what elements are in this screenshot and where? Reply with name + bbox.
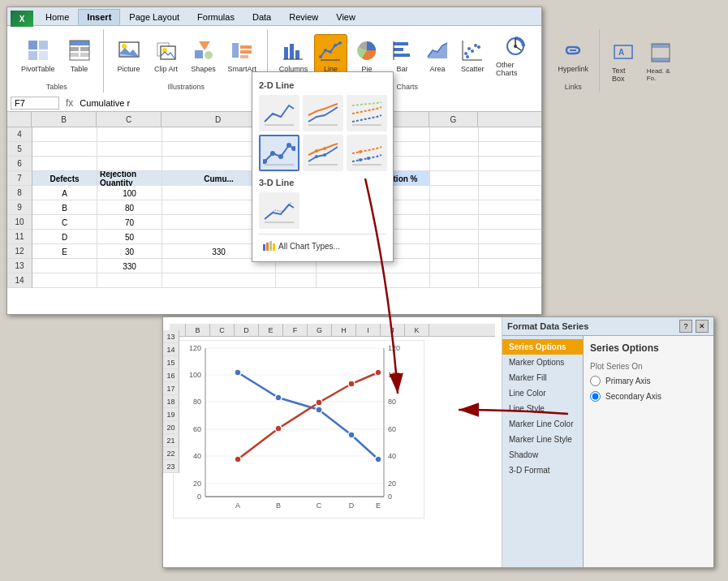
cell-c13[interactable]: 330 <box>97 259 162 273</box>
header-footer-button[interactable]: Head. & Fo. <box>643 37 679 84</box>
cell-c10[interactable]: 70 <box>97 215 162 230</box>
cell-c9[interactable]: 80 <box>97 200 162 215</box>
3d-format-nav-item[interactable]: 3-D Format <box>502 463 583 478</box>
smartart-button[interactable]: SmartArt <box>224 35 261 75</box>
primary-axis-option[interactable]: Primary Axis <box>590 376 707 386</box>
other-charts-button[interactable]: Other Charts <box>492 31 538 80</box>
close-panel-button[interactable]: ✕ <box>696 320 709 333</box>
picture-button[interactable]: Picture <box>112 35 146 75</box>
cell-b10[interactable]: C <box>32 215 97 230</box>
svg-point-108 <box>235 369 241 376</box>
line-style-nav-item[interactable]: Line Style <box>502 401 583 416</box>
cell-reference[interactable]: F7 <box>11 97 59 110</box>
cell-c8[interactable]: 100 <box>97 186 162 200</box>
marker-line-color-nav-item[interactable]: Marker Line Color <box>502 416 583 432</box>
marker-fill-nav-item[interactable]: Marker Fill <box>502 370 583 385</box>
cell-g9[interactable] <box>430 200 479 215</box>
area-chart-button[interactable]: Area <box>421 35 453 75</box>
cell-g6[interactable] <box>430 157 479 171</box>
line-basic-btn[interactable] <box>259 95 299 131</box>
cell-f14[interactable] <box>317 273 430 288</box>
cell-g12[interactable] <box>430 244 479 259</box>
fx-label: fx <box>62 97 76 109</box>
hyperlink-button[interactable]: Hyperlink <box>554 35 593 75</box>
cell-b5[interactable] <box>32 142 97 157</box>
cell-b12[interactable]: E <box>32 244 97 259</box>
ribbon-tabs: Home Insert Page Layout Formulas Data Re… <box>7 7 541 26</box>
table-row <box>32 273 541 288</box>
cell-g8[interactable] <box>430 186 479 200</box>
tab-page-layout[interactable]: Page Layout <box>120 9 188 25</box>
cell-b11[interactable]: D <box>32 230 97 244</box>
tab-insert[interactable]: Insert <box>78 9 120 25</box>
line-color-nav-item[interactable]: Line Color <box>502 385 583 401</box>
svg-rect-76 <box>269 241 272 251</box>
cell-b4[interactable] <box>32 127 97 142</box>
secondary-axis-option[interactable]: Secondary Axis <box>590 391 707 402</box>
row-12: 12 <box>7 244 32 259</box>
cell-b9[interactable]: B <box>32 200 97 215</box>
cell-c7[interactable]: Rejection Quantity <box>97 171 162 186</box>
line-stacked-btn[interactable] <box>303 95 343 131</box>
bar-chart-button[interactable]: Bar <box>386 35 418 75</box>
cell-b13[interactable] <box>32 259 97 273</box>
line-100-marker-btn[interactable] <box>347 135 387 171</box>
cell-b14[interactable] <box>32 273 97 288</box>
cell-b6[interactable] <box>32 157 97 171</box>
table-button[interactable]: Table <box>62 35 97 75</box>
marker-line-style-nav-item[interactable]: Marker Line Style <box>502 432 583 447</box>
scatter-chart-button[interactable]: Scatter <box>457 35 489 75</box>
cell-g11[interactable] <box>430 230 479 244</box>
cell-c12[interactable]: 30 <box>97 244 162 259</box>
svg-rect-75 <box>266 243 269 251</box>
cell-b7[interactable]: Defects <box>32 171 97 186</box>
line-marker-btn[interactable] <box>259 135 299 171</box>
marker-options-nav-item[interactable]: Marker Options <box>502 355 583 370</box>
format-panel-left-nav: Series Options Marker Options Marker Fil… <box>502 336 584 567</box>
cell-g13[interactable] <box>430 259 479 273</box>
cell-c4[interactable] <box>97 127 162 142</box>
tab-review[interactable]: Review <box>280 9 327 25</box>
cell-g14[interactable] <box>430 273 479 288</box>
cell-e14[interactable] <box>276 273 317 288</box>
cell-c5[interactable] <box>97 142 162 157</box>
line-3d-btn[interactable] <box>259 192 299 229</box>
tab-formulas[interactable]: Formulas <box>188 9 243 25</box>
cell-g10[interactable] <box>430 215 479 230</box>
cell-g5[interactable] <box>430 142 479 157</box>
help-button[interactable]: ? <box>679 320 692 333</box>
tab-view[interactable]: View <box>327 9 364 25</box>
clip-art-label: Clip Art <box>154 65 178 73</box>
shapes-button[interactable]: Shapes <box>187 35 221 75</box>
columns-chart-icon <box>280 37 306 63</box>
all-chart-types-btn[interactable]: All Chart Types... <box>259 234 386 255</box>
cell-c11[interactable]: 50 <box>97 230 162 244</box>
series-options-nav-item[interactable]: Series Options <box>502 339 583 355</box>
tab-home[interactable]: Home <box>37 9 78 25</box>
columns-chart-button[interactable]: Columns <box>276 35 311 75</box>
pie-chart-button[interactable]: Pie <box>351 35 382 75</box>
svg-point-117 <box>375 369 381 376</box>
line-100-btn[interactable] <box>347 95 387 131</box>
svg-point-109 <box>275 394 282 401</box>
cell-c6[interactable] <box>97 157 162 171</box>
pivot-table-button[interactable]: PivotTable <box>17 35 59 75</box>
cell-d14[interactable] <box>162 273 276 288</box>
chart-col-d: D <box>235 324 259 336</box>
clip-art-button[interactable]: Clip Art <box>149 35 183 75</box>
line-stacked-marker-btn[interactable] <box>303 135 343 171</box>
line-chart-svg[interactable]: 120 100 80 60 40 20 0 120 100 80 60 40 2… <box>173 340 424 519</box>
corner-cell <box>7 112 32 127</box>
secondary-axis-radio[interactable] <box>590 391 601 402</box>
chart-col-c: C <box>210 324 235 336</box>
shadow-nav-item[interactable]: Shadow <box>502 447 583 463</box>
header-footer-icon <box>648 40 674 66</box>
cell-c14[interactable] <box>97 273 162 288</box>
tab-data[interactable]: Data <box>243 9 280 25</box>
cell-g7[interactable] <box>430 171 479 186</box>
line-chart-button[interactable]: Line <box>314 34 347 76</box>
cell-b8[interactable]: A <box>32 186 97 200</box>
text-box-button[interactable]: A Text Box <box>608 37 640 85</box>
cell-g4[interactable] <box>430 127 479 142</box>
primary-axis-radio[interactable] <box>590 376 601 386</box>
